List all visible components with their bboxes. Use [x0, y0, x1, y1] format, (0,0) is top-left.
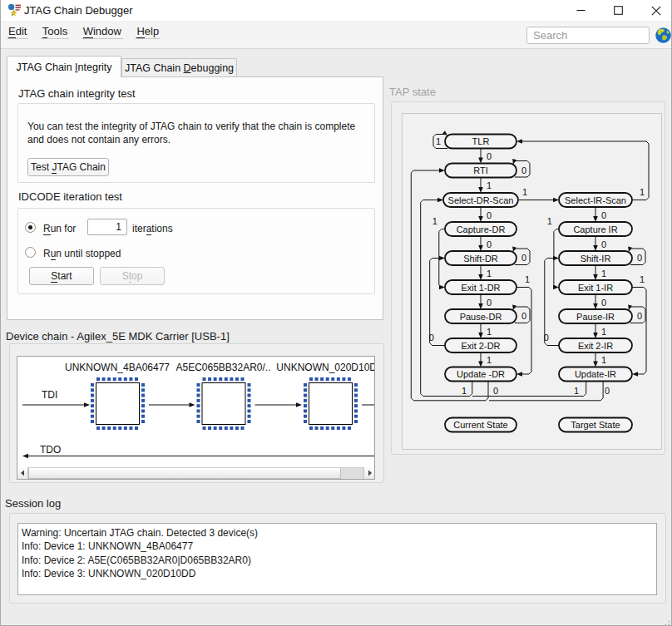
tab-jtag-chain-debugging[interactable]: JTAG Chain Debugging	[121, 58, 237, 77]
chip-pin	[354, 394, 358, 397]
arrowhead-icon	[593, 362, 598, 367]
transition-line	[632, 288, 646, 375]
chip-pin	[107, 377, 111, 381]
menu-help[interactable]: Help	[135, 25, 161, 39]
transition-line	[516, 288, 531, 375]
left-arrow-icon	[17, 467, 28, 479]
tap-state-label: Update-IR	[575, 369, 616, 379]
transition-label: 0	[487, 210, 492, 220]
transition-label: 0	[521, 165, 526, 175]
menu-tools[interactable]: Tools	[41, 25, 69, 39]
maximize-button[interactable]	[600, 0, 637, 21]
log-line: Info: Device 3: UNKNOWN_020D10DD	[22, 567, 656, 580]
tap-state-label: Exit 1-IR	[578, 283, 613, 293]
transition-label: 0	[601, 210, 606, 220]
menu-edit[interactable]: Edit	[7, 25, 28, 39]
chip-pin	[129, 377, 132, 381]
tap-state-label: Capture IR	[573, 224, 617, 234]
stop-button[interactable]: Stop	[100, 267, 165, 285]
device-chain-scrollbar[interactable]	[17, 467, 374, 479]
iterations-label: iterations	[132, 223, 173, 234]
resize-grip-dots	[665, 620, 670, 626]
device-name-label: A5EC065BB32AR0/..	[175, 362, 270, 373]
chip-pin	[124, 426, 127, 430]
chip-pin	[304, 409, 307, 412]
tap-state-label: TAP state	[389, 86, 436, 98]
device-chip[interactable]	[197, 377, 251, 430]
session-log-box[interactable]: Warning: Uncertain JTAG chain. Detected …	[17, 523, 657, 595]
chip-pin	[235, 426, 239, 430]
chip-pin	[331, 377, 334, 381]
chip-pin	[141, 404, 145, 407]
run-until-stopped-radio[interactable]	[25, 247, 36, 258]
run-for-radio[interactable]	[25, 222, 36, 233]
title-bar: JTAG Chain Debugger	[1, 0, 671, 21]
close-button[interactable]	[637, 0, 672, 21]
chip-pin	[354, 409, 358, 412]
chip-pin	[141, 409, 145, 412]
chip-pin	[304, 420, 307, 423]
minimize-button[interactable]	[562, 0, 600, 21]
device-chip[interactable]	[304, 377, 358, 430]
tap-state-label: Exit 1-DR	[461, 283, 500, 293]
chip-pin	[203, 426, 206, 430]
arrowhead-icon	[478, 187, 483, 193]
chip-pin	[248, 404, 251, 407]
arrowhead-icon	[439, 285, 445, 290]
test-jtag-chain-button[interactable]: Test JTAG Chain	[27, 158, 109, 176]
chip-pin	[135, 377, 138, 381]
transition-line	[472, 382, 586, 397]
globe-icon-image	[655, 27, 672, 44]
chip-pin	[304, 394, 307, 397]
arrowhead-icon	[439, 168, 445, 173]
scrollbar-right-button[interactable]	[363, 467, 374, 479]
transition-label: 1	[601, 327, 606, 337]
transition-label: 1	[574, 386, 579, 396]
tab-jtag-chain-integrity[interactable]: JTAG Chain Integrity	[7, 56, 121, 77]
chip-pin	[197, 383, 200, 387]
start-button[interactable]: Start	[29, 267, 94, 285]
chip-pin	[309, 426, 313, 430]
menu-window[interactable]: Window	[82, 25, 123, 39]
arrowhead-icon	[516, 372, 522, 377]
chip-pin	[96, 426, 100, 430]
app-window: JTAG Chain Debugger Edit Tools Window He…	[0, 0, 672, 626]
tap-state-label: Capture-DR	[457, 224, 506, 234]
chip-pin	[331, 426, 334, 430]
iterations-input[interactable]	[87, 219, 127, 235]
chip-pin	[354, 415, 358, 418]
transition-label: 1	[462, 386, 467, 396]
transition-label: 1	[487, 355, 492, 365]
transition-label: 1	[525, 274, 530, 284]
chip-pin	[304, 388, 307, 392]
chip-pin	[304, 404, 307, 407]
chip-pin	[248, 383, 251, 387]
run-until-stopped-label[interactable]: Run until stopped	[43, 248, 121, 259]
transition-label: 0	[487, 151, 492, 161]
arrowhead-icon	[22, 454, 28, 459]
chip-pin	[320, 377, 324, 381]
tap-state-label: Pause-DR	[460, 312, 502, 322]
chip-body	[202, 383, 245, 425]
device-chip[interactable]	[91, 377, 145, 430]
run-for-label[interactable]: Run for	[43, 223, 76, 234]
arrowhead-icon	[190, 402, 195, 407]
chip-pin	[214, 377, 217, 381]
chip-pin	[197, 415, 200, 418]
arrowhead-icon	[553, 256, 559, 261]
chip-body	[309, 383, 353, 425]
menu-bar: Edit Tools Window Help	[1, 21, 671, 49]
arrowhead-icon	[478, 362, 483, 367]
resize-grip-icon[interactable]	[665, 614, 670, 620]
session-log-label: Session log	[5, 497, 61, 510]
chip-pin	[91, 388, 94, 392]
transition-label: 0	[605, 386, 610, 396]
chip-pin	[208, 377, 211, 381]
scrollbar-left-button[interactable]	[17, 467, 28, 479]
globe-icon[interactable]	[655, 27, 672, 44]
scrollbar-thumb[interactable]	[28, 468, 341, 479]
search-input[interactable]	[526, 27, 650, 44]
tap-state-label: Current State	[453, 420, 507, 430]
chip-pin	[102, 426, 106, 430]
chip-pin	[91, 409, 94, 412]
